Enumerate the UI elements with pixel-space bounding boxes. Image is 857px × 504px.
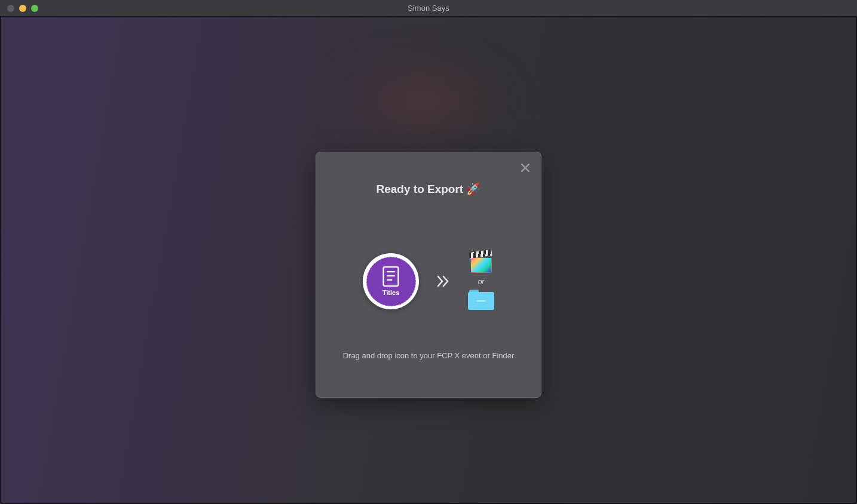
window-titlebar: Simon Says bbox=[0, 0, 857, 17]
fcpx-icon bbox=[469, 253, 494, 274]
titles-drag-badge[interactable]: Titles bbox=[363, 253, 419, 309]
instruction-text: Drag and drop icon to your FCP X event o… bbox=[316, 351, 541, 360]
export-modal: Ready to Export 🚀 Titles bbox=[316, 152, 541, 398]
window-maximize-button[interactable] bbox=[31, 5, 38, 12]
window-content: Ready to Export 🚀 Titles bbox=[0, 17, 857, 504]
export-row: Titles or bbox=[316, 253, 541, 310]
window-title: Simon Says bbox=[408, 4, 449, 13]
titles-badge-inner: Titles bbox=[366, 257, 416, 306]
close-button[interactable] bbox=[518, 161, 532, 175]
window-close-button[interactable] bbox=[7, 5, 14, 12]
modal-title: Ready to Export 🚀 bbox=[316, 182, 541, 196]
document-icon bbox=[382, 266, 399, 287]
titles-badge-label: Titles bbox=[382, 289, 400, 296]
or-text: or bbox=[478, 278, 485, 286]
window-minimize-button[interactable] bbox=[19, 5, 26, 12]
arrows-icon bbox=[437, 275, 450, 287]
traffic-lights bbox=[0, 5, 38, 12]
close-icon bbox=[519, 162, 531, 174]
drop-targets: or bbox=[468, 253, 494, 310]
background-blur bbox=[326, 53, 517, 148]
folder-icon bbox=[468, 290, 494, 310]
